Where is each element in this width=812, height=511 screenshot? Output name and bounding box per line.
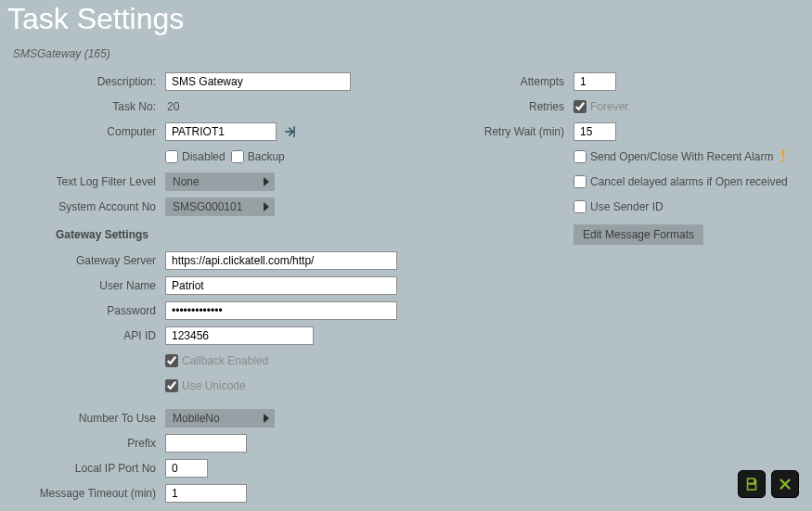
msgtimeout-label: Message Timeout (min) [0,487,165,500]
username-label: User Name [0,279,165,292]
gateway-server-label: Gateway Server [0,254,165,267]
callback-enabled-checkbox[interactable]: Callback Enabled [165,354,268,367]
page-title: Task Settings [0,0,812,44]
chevron-right-icon [264,414,269,423]
save-button[interactable] [738,470,766,498]
task-subtitle: SMSGateway (165) [0,44,812,70]
retrywait-input[interactable] [574,122,616,141]
chevron-right-icon [264,177,269,186]
warning-icon: ! [780,148,785,165]
cancel-delayed-label: Cancel delayed alarms if Open received [590,175,788,188]
prefix-label: Prefix [0,437,165,450]
prefix-input[interactable] [165,434,247,453]
attempts-input[interactable] [574,72,616,91]
use-senderid-checkbox[interactable]: Use Sender ID [574,200,664,213]
sysacct-dropdown[interactable]: SMSG000101 [165,198,275,216]
filter-level-label: Text Log Filter Level [0,175,165,188]
gateway-server-input[interactable] [165,251,397,270]
localport-input[interactable] [165,459,208,478]
apiid-input[interactable] [165,326,314,345]
use-senderid-label: Use Sender ID [590,200,664,213]
computer-input[interactable] [165,122,277,141]
apiid-label: API ID [0,329,165,342]
disabled-checkbox[interactable]: Disabled [165,150,226,163]
password-input[interactable] [165,301,397,320]
goto-computer-icon[interactable] [282,123,299,140]
description-input[interactable] [165,72,351,91]
disabled-checkbox-label: Disabled [182,150,226,163]
backup-checkbox-label: Backup [248,150,285,163]
numbertouse-dropdown[interactable]: MobileNo [165,409,275,428]
description-label: Description: [0,75,165,88]
retrywait-label: Retry Wait (min) [408,125,574,138]
retries-label: Retries [408,100,574,113]
numbertouse-value: MobileNo [173,412,220,425]
sysacct-value: SMSG000101 [173,200,242,213]
send-openclose-checkbox[interactable]: Send Open/Close With Recent Alarm [574,150,773,163]
sysacct-label: System Account No [0,200,165,213]
retries-forever-label: Forever [590,100,628,113]
filter-level-dropdown[interactable]: None [165,172,275,191]
backup-checkbox[interactable]: Backup [231,150,285,163]
close-button[interactable] [771,470,799,498]
cancel-delayed-checkbox[interactable]: Cancel delayed alarms if Open received [574,175,788,188]
retries-forever-checkbox[interactable]: Forever [574,100,628,113]
password-label: Password [0,304,165,317]
username-input[interactable] [165,276,397,295]
callback-enabled-label: Callback Enabled [182,354,268,367]
msgtimeout-input[interactable] [165,484,247,503]
edit-message-formats-button[interactable]: Edit Message Formats [574,224,703,245]
use-unicode-checkbox[interactable]: Use Unicode [165,379,246,392]
taskno-label: Task No: [0,100,165,113]
attempts-label: Attempts [408,75,574,88]
taskno-value: 20 [165,100,179,113]
numbertouse-label: Number To Use [0,412,165,425]
chevron-right-icon [264,202,269,211]
gateway-settings-header: Gateway Settings [0,224,408,245]
computer-label: Computer [0,125,165,138]
use-unicode-label: Use Unicode [182,379,246,392]
filter-level-value: None [173,175,200,188]
send-openclose-label: Send Open/Close With Recent Alarm [590,150,773,163]
localport-label: Local IP Port No [0,462,165,475]
